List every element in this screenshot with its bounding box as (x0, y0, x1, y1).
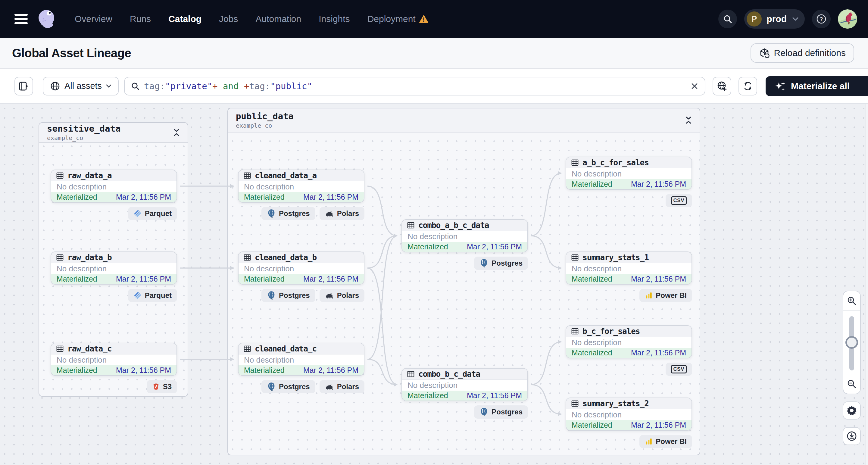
nav-item-overview[interactable]: Overview (75, 14, 112, 24)
asset-node-cleaned_data_b[interactable]: cleaned_data_b No description Materializ… (238, 251, 365, 285)
status-badge: Materialized (571, 180, 612, 189)
nav-item-deployment[interactable]: Deployment (367, 14, 428, 24)
nav-item-insights[interactable]: Insights (319, 14, 350, 24)
kind-badge-label: Power BI (656, 291, 687, 300)
help-button[interactable]: ? (812, 10, 831, 28)
table-icon (407, 221, 415, 229)
collapse-group-button[interactable] (173, 129, 180, 136)
download-graph-button[interactable] (843, 427, 861, 445)
asset-node-cleaned_data_a[interactable]: cleaned_data_a No description Materializ… (238, 169, 365, 203)
asset-node-raw_data_c[interactable]: raw_data_c No description Materialized M… (51, 343, 177, 376)
refresh-button[interactable] (739, 77, 757, 95)
lineage-graph-canvas[interactable]: sensitive_data example_co public_data ex… (0, 104, 868, 465)
kind-badge-polars: Polars (319, 207, 365, 220)
nav-item-jobs[interactable]: Jobs (219, 14, 238, 24)
parquet-icon (133, 291, 142, 300)
asset-node-summary_stats_1[interactable]: summary_stats_1 No description Materiali… (566, 251, 692, 285)
materialize-all-main[interactable]: Materialize all (766, 76, 859, 96)
dagster-logo-icon[interactable] (36, 8, 57, 30)
polars-icon (325, 292, 334, 299)
nav-item-label: Insights (319, 14, 350, 24)
polars-icon (325, 210, 334, 217)
asset-node-raw_data_a[interactable]: raw_data_a No description Materialized M… (51, 169, 177, 203)
asset-status-row: Materialized Mar 2, 11:56 PM (51, 192, 177, 202)
nav-item-runs[interactable]: Runs (130, 14, 151, 24)
environment-switcher[interactable]: P prod (744, 9, 805, 29)
nav-item-catalog[interactable]: Catalog (168, 14, 202, 24)
graph-settings-button[interactable] (843, 401, 861, 420)
asset-node-raw_data_b[interactable]: raw_data_b No description Materialized M… (51, 251, 177, 285)
kind-badge-polars: Polars (319, 380, 365, 393)
asset-status-row: Materialized Mar 2, 11:56 PM (566, 420, 691, 430)
asset-node-combo_b_c_data[interactable]: combo_b_c_data No description Materializ… (401, 368, 528, 401)
zoom-slider-thumb[interactable] (845, 336, 858, 349)
asset-description: No description (51, 263, 177, 274)
table-icon (571, 159, 579, 166)
kind-badge-label: Polars (337, 209, 359, 218)
kind-badge-row: CSV (566, 363, 692, 376)
refresh-icon (743, 81, 753, 91)
environment-avatar: P (747, 11, 762, 27)
kind-badge-row: Parquet (51, 207, 177, 220)
asset-description: No description (566, 263, 691, 274)
kind-badge-row: CSV (566, 194, 692, 207)
chevron-down-icon (106, 84, 112, 88)
close-icon (690, 82, 699, 90)
kind-badge-row: Parquet (51, 289, 177, 302)
add-scope-button[interactable] (713, 77, 731, 95)
toggle-sidebar-button[interactable] (14, 77, 33, 95)
nav-item-label: Jobs (219, 14, 238, 24)
asset-description: No description (566, 168, 691, 179)
materialization-time: Mar 2, 11:56 PM (631, 348, 686, 357)
kind-badge-row: PostgresPolars (238, 289, 365, 302)
status-badge: Materialized (407, 391, 448, 400)
nav-item-label: Runs (130, 14, 151, 24)
asset-node-a_b_c_for_sales[interactable]: a_b_c_for_sales No description Materiali… (566, 157, 692, 190)
status-badge: Materialized (571, 275, 612, 283)
asset-node-header: combo_b_c_data (402, 369, 527, 380)
group-header: sensitive_data example_co (39, 123, 188, 143)
table-icon (571, 328, 579, 335)
materialization-time: Mar 2, 11:56 PM (303, 275, 359, 283)
reload-definitions-label: Reload definitions (774, 48, 846, 58)
status-badge: Materialized (244, 193, 285, 202)
group-subtitle: example_co (236, 122, 293, 129)
kind-badge-parquet: Parquet (128, 289, 177, 302)
asset-search-input[interactable]: tag:"private"+ and +tag:"public" (124, 77, 705, 95)
query-token: + (244, 81, 249, 91)
menu-icon[interactable] (14, 14, 28, 24)
asset-scope-dropdown[interactable]: All assets (43, 77, 119, 95)
kind-badge-powerbi: Power BI (640, 435, 692, 448)
kind-badge-row: PostgresPolars (238, 207, 365, 220)
asset-node-header: raw_data_b (51, 252, 177, 263)
clear-search-button[interactable] (690, 82, 699, 90)
zoom-in-button[interactable] (843, 291, 860, 311)
status-badge: Materialized (57, 366, 97, 375)
download-icon (846, 431, 857, 441)
asset-node-header: a_b_c_for_sales (566, 157, 691, 168)
sparkles-icon (775, 81, 786, 92)
user-avatar[interactable] (838, 9, 857, 29)
asset-node-combo_a_b_c_data[interactable]: combo_a_b_c_data No description Material… (401, 219, 528, 252)
kind-badge-powerbi: Power BI (640, 289, 692, 302)
asset-node-b_c_for_sales[interactable]: b_c_for_sales No description Materialize… (566, 325, 692, 359)
asset-description: No description (402, 380, 527, 391)
materialize-all-button[interactable]: Materialize all (766, 76, 868, 96)
collapse-group-button[interactable] (685, 116, 692, 124)
kind-badge-csv: CSV (665, 194, 692, 207)
reload-definitions-button[interactable]: Reload definitions (750, 43, 855, 63)
materialize-options-button[interactable] (859, 76, 868, 96)
nav-item-automation[interactable]: Automation (255, 14, 301, 24)
search-button[interactable] (718, 10, 737, 28)
kind-badge-postgres: Postgres (474, 257, 528, 270)
asset-description: No description (51, 354, 177, 365)
asset-description: No description (566, 409, 691, 420)
materialize-all-label: Materialize all (791, 81, 849, 91)
zoom-out-button[interactable] (843, 374, 860, 394)
asset-description: No description (239, 181, 364, 192)
status-badge: Materialized (407, 242, 448, 251)
asset-node-cleaned_data_c[interactable]: cleaned_data_c No description Materializ… (238, 343, 365, 376)
asset-node-summary_stats_2[interactable]: summary_stats_2 No description Materiali… (566, 398, 692, 431)
asset-description: No description (51, 181, 177, 192)
asset-title: b_c_for_sales (583, 327, 640, 336)
